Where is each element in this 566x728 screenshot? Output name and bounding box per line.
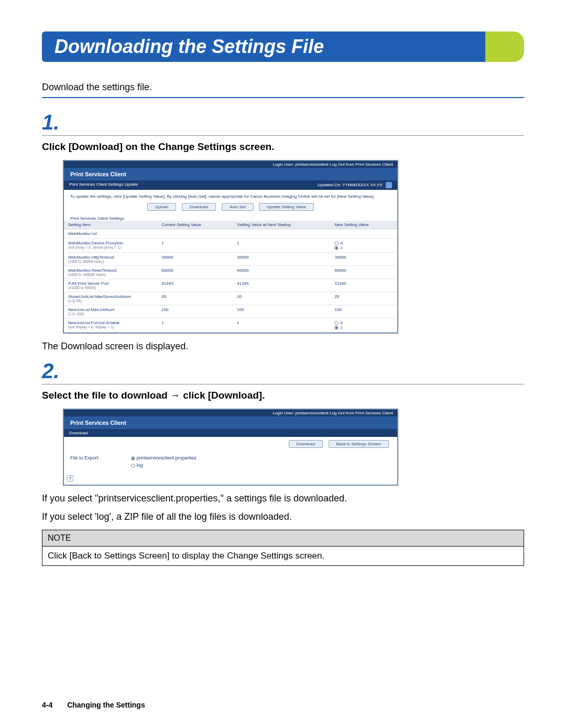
back-button[interactable]: Back to Settings Screen bbox=[329, 440, 389, 448]
col-setting-item: Setting Item bbox=[64, 221, 157, 229]
note-box: NOTE Click [Back to Settings Screen] to … bbox=[42, 530, 524, 566]
step-2-number: 2. bbox=[42, 359, 524, 383]
ss1-subbar: Print Services Client Settings Update Up… bbox=[64, 180, 397, 190]
ss2-subbar: Download bbox=[64, 429, 397, 437]
ss2-topbar: Login User: printservicesclient Log Out … bbox=[64, 410, 397, 416]
change-settings-screenshot: Login User: printservicesclient Log Out … bbox=[63, 160, 398, 334]
step-2-after-2: If you select 'log', a ZIP file of all t… bbox=[42, 511, 524, 522]
page-footer: 4-4 Changing the Settings bbox=[42, 701, 145, 709]
settings-table: Setting Item Current Setting Value Setti… bbox=[64, 221, 397, 333]
ss2-download-button[interactable]: Download bbox=[289, 440, 323, 448]
note-body: Click [Back to Settings Screen] to displ… bbox=[42, 547, 524, 565]
upload-button[interactable]: Upload bbox=[147, 203, 176, 211]
ss1-subbar-left: Print Services Client Settings Update bbox=[69, 182, 138, 188]
option-log[interactable]: log bbox=[131, 463, 197, 468]
table-row: NewJobList.MaxJobNum(1 to 100)100100100 bbox=[64, 305, 397, 318]
ss1-section: Print Services Client Settings bbox=[64, 216, 397, 221]
file-export-label: File to Export: bbox=[70, 455, 100, 468]
table-row: StoredJobList.MaxStoredJobNum(1 to 50)20… bbox=[64, 292, 397, 305]
table-row: NewJobList.PortJob.Enable(not display = … bbox=[64, 318, 397, 333]
ss1-button-row: Upload Download Auto Set Update Setting … bbox=[64, 201, 397, 215]
col-new: New Setting Value bbox=[330, 221, 397, 229]
ss2-button-row: Download Back to Settings Screen bbox=[64, 437, 397, 452]
step-2-title: Select the file to download → click [Dow… bbox=[42, 390, 524, 401]
table-row: PJM Print Server Port(41000 to 50000)413… bbox=[64, 279, 397, 292]
step-2-after-1: If you select "printservicesclient.prope… bbox=[42, 493, 524, 504]
ss2-header: Print Services Client bbox=[64, 416, 397, 429]
ss2-subheader: Download bbox=[69, 431, 88, 435]
col-current: Current Setting Value bbox=[157, 221, 233, 229]
ss1-note: To update the settings, click [Update Se… bbox=[64, 190, 397, 201]
step-2-divider bbox=[42, 384, 524, 384]
download-screenshot: Login User: printservicesclient Log Out … bbox=[63, 409, 398, 486]
chapter-title: Changing the Settings bbox=[67, 701, 145, 709]
ss1-updated: Updated On: YYMM/DD/XX XX:XX bbox=[318, 182, 392, 188]
table-row: WebMonitor.Url bbox=[64, 229, 397, 239]
step-1-number: 1. bbox=[42, 111, 524, 134]
divider bbox=[42, 97, 524, 98]
ss1-header: Print Services Client bbox=[64, 168, 397, 180]
page-number: 4-4 bbox=[42, 701, 52, 709]
table-row: WebMonitor.Device.ProxyInfo(not proxy = … bbox=[64, 239, 397, 253]
note-head: NOTE bbox=[42, 530, 524, 547]
step-1-title: Click [Download] on the Change Settings … bbox=[42, 141, 524, 153]
refresh-icon[interactable] bbox=[386, 182, 392, 188]
table-row: WebMonitor.ReadTimeout(1000 to 180000 ms… bbox=[64, 266, 397, 279]
radio-icon bbox=[131, 456, 135, 461]
intro-text: Download the settings file. bbox=[42, 82, 524, 93]
step-1-divider bbox=[42, 135, 524, 136]
table-row: WebMonitor.HttpTimeout(1000 to 30000 mse… bbox=[64, 253, 397, 266]
step-1-after: The Download screen is displayed. bbox=[42, 341, 524, 352]
update-button[interactable]: Update Setting Value bbox=[259, 203, 314, 211]
autoset-button[interactable]: Auto Set bbox=[222, 203, 254, 211]
col-next: Setting Value at Next Startup bbox=[233, 221, 330, 229]
page-title-banner: Downloading the Settings File bbox=[42, 31, 524, 62]
download-button[interactable]: Download bbox=[182, 203, 216, 211]
page-title: Downloading the Settings File bbox=[55, 36, 511, 58]
option-properties[interactable]: printservicesclient.properties bbox=[131, 455, 197, 461]
radio-icon bbox=[131, 464, 135, 468]
ss1-topbar: Login User: printservicesclient Log Out … bbox=[64, 161, 397, 168]
help-icon[interactable]: ? bbox=[67, 475, 73, 481]
